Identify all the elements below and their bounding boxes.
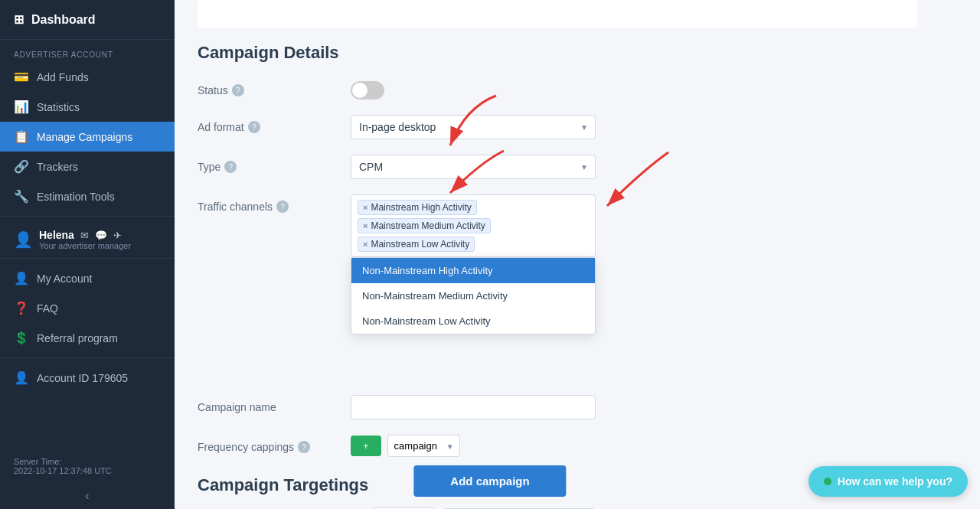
help-chat-label: How can we help you? xyxy=(838,475,952,488)
traffic-channels-label: Traffic channels ? xyxy=(198,194,351,213)
manager-name: Helena xyxy=(39,229,74,241)
tag-remove-mainstream-medium[interactable]: × xyxy=(363,221,368,230)
campaign-name-group: Campaign name xyxy=(198,395,917,419)
frequency-help-icon[interactable]: ? xyxy=(298,441,310,453)
sidebar-section-label: ADVERTISER ACCOUNT xyxy=(0,40,175,62)
sidebar-item-trackers[interactable]: 🔗 Trackers xyxy=(0,152,175,181)
type-help-icon[interactable]: ? xyxy=(224,161,237,173)
add-funds-icon: 💳 xyxy=(14,70,29,84)
estimation-tools-icon: 🔧 xyxy=(14,189,29,204)
manager-skype-icon[interactable]: 💬 xyxy=(95,230,107,241)
frequency-cappings-group: Frequency cappings ? + campaign ▼ xyxy=(198,435,917,457)
statistics-icon: 📊 xyxy=(14,100,29,114)
faq-icon: ❓ xyxy=(14,301,29,315)
sidebar-item-label: My Account xyxy=(37,272,92,285)
type-select-wrapper: CPM xyxy=(351,155,596,179)
traffic-tags-container: × Mainstream High Activity × Mainstream … xyxy=(351,195,595,256)
dropdown-item-non-mainstream-low[interactable]: Non-Mainstream Low Activity xyxy=(351,308,595,334)
traffic-channels-control: × Mainstream High Activity × Mainstream … xyxy=(351,194,596,257)
status-group: Status ? xyxy=(198,78,917,100)
tag-remove-mainstream-high[interactable]: × xyxy=(363,203,368,212)
status-label: Status ? xyxy=(198,78,351,96)
traffic-channels-group: Traffic channels ? × Mainstream High Act… xyxy=(198,194,917,257)
frequency-select[interactable]: campaign xyxy=(387,435,460,457)
tag-mainstream-low[interactable]: × Mainstream Low Activity xyxy=(358,237,475,252)
dropdown-item-non-mainstream-medium[interactable]: Non-Mainstream Medium Activity xyxy=(351,283,595,308)
sidebar-item-add-funds[interactable]: 💳 Add Funds xyxy=(0,62,175,92)
traffic-channels-dropdown: Non-Mainstream High Activity Non-Mainstr… xyxy=(351,257,596,334)
sidebar-item-referral[interactable]: 💲 Referral program xyxy=(0,323,175,353)
ad-format-select-wrapper: In-page desktop xyxy=(351,115,596,139)
status-help-icon[interactable]: ? xyxy=(232,84,244,96)
tag-mainstream-high[interactable]: × Mainstream High Activity xyxy=(358,200,477,215)
frequency-add-button[interactable]: + xyxy=(351,436,381,456)
account-icon: 👤 xyxy=(14,370,29,385)
sidebar-collapse-button[interactable]: ‹ xyxy=(0,483,175,509)
dashboard-label: Dashboard xyxy=(31,13,96,27)
type-label: Type ? xyxy=(198,155,351,173)
ad-format-group: Ad format ? In-page desktop xyxy=(198,115,917,139)
manage-campaigns-icon: 📋 xyxy=(14,129,29,144)
referral-icon: 💲 xyxy=(14,331,29,345)
top-bar xyxy=(198,0,917,28)
sidebar-item-label: Estimation Tools xyxy=(37,191,115,203)
frequency-cappings-control: + campaign ▼ xyxy=(351,435,596,457)
main-content: Campaign Details Status ? Ad format ? In… xyxy=(175,0,980,509)
traffic-channels-help-icon[interactable]: ? xyxy=(276,201,289,213)
type-group: Type ? CPM xyxy=(198,155,917,179)
tag-label-mainstream-low: Mainstream Low Activity xyxy=(371,239,469,250)
sidebar-item-label: FAQ xyxy=(37,302,58,315)
help-chat-widget[interactable]: How can we help you? xyxy=(808,466,968,497)
server-time-value: 2022-10-17 12:37:48 UTC xyxy=(14,466,161,475)
manager-email-icon[interactable]: ✉ xyxy=(80,230,89,241)
account-id-label: Account ID 179605 xyxy=(37,372,128,384)
dashboard-icon: ⊞ xyxy=(14,12,24,27)
help-online-dot xyxy=(824,478,831,485)
tag-mainstream-medium[interactable]: × Mainstream Medium Activity xyxy=(358,218,491,233)
sidebar-dashboard[interactable]: ⊞ Dashboard xyxy=(0,0,175,40)
sidebar-footer: Server Time: 2022-10-17 12:37:48 UTC xyxy=(0,449,175,483)
traffic-channels-select[interactable]: × Mainstream High Activity × Mainstream … xyxy=(351,194,596,257)
manager-subtitle: Your advertiser manager xyxy=(39,241,131,250)
campaign-name-label: Campaign name xyxy=(198,395,351,413)
ad-format-label: Ad format ? xyxy=(198,115,351,133)
frequency-cappings-label: Frequency cappings ? xyxy=(198,435,351,453)
sidebar-item-account-id: 👤 Account ID 179605 xyxy=(0,363,175,393)
sidebar-item-estimation-tools[interactable]: 🔧 Estimation Tools xyxy=(0,181,175,211)
dropdown-item-non-mainstream-high[interactable]: Non-Mainstream High Activity xyxy=(351,258,595,283)
sidebar-item-manage-campaigns[interactable]: 📋 Manage Campaigns xyxy=(0,122,175,152)
campaign-name-control xyxy=(351,395,596,419)
sidebar-item-label: Referral program xyxy=(37,332,118,344)
type-select[interactable]: CPM xyxy=(351,155,596,179)
sidebar-item-label: Add Funds xyxy=(37,71,89,83)
ad-format-help-icon[interactable]: ? xyxy=(248,121,260,133)
ad-format-select[interactable]: In-page desktop xyxy=(351,115,596,139)
sidebar-item-my-account[interactable]: 👤 My Account xyxy=(0,263,175,293)
sidebar-item-statistics[interactable]: 📊 Statistics xyxy=(0,92,175,122)
campaign-name-input[interactable] xyxy=(351,395,596,419)
server-time-label: Server Time: xyxy=(14,457,161,466)
status-toggle-wrapper xyxy=(351,78,596,100)
campaign-details-title: Campaign Details xyxy=(198,43,917,63)
sidebar-item-label: Statistics xyxy=(37,101,80,113)
manager-telegram-icon[interactable]: ✈ xyxy=(113,230,122,241)
tag-label-mainstream-high: Mainstream High Activity xyxy=(371,202,471,213)
frequency-select-wrapper: campaign xyxy=(387,435,460,457)
sidebar: ⊞ Dashboard ADVERTISER ACCOUNT 💳 Add Fun… xyxy=(0,0,175,509)
sidebar-item-faq[interactable]: ❓ FAQ xyxy=(0,293,175,323)
add-campaign-button[interactable]: Add campaign xyxy=(413,465,566,497)
tag-label-mainstream-medium: Mainstream Medium Activity xyxy=(371,220,485,231)
tag-remove-mainstream-low[interactable]: × xyxy=(363,240,368,249)
status-toggle[interactable] xyxy=(351,81,384,100)
manager-avatar-icon: 👤 xyxy=(14,230,33,249)
my-account-icon: 👤 xyxy=(14,271,29,285)
sidebar-item-label: Manage Campaigns xyxy=(37,131,132,143)
sidebar-manager: 👤 Helena ✉ 💬 ✈ Your advertiser manager xyxy=(0,221,175,253)
sidebar-item-label: Trackers xyxy=(37,161,78,173)
trackers-icon: 🔗 xyxy=(14,159,29,174)
